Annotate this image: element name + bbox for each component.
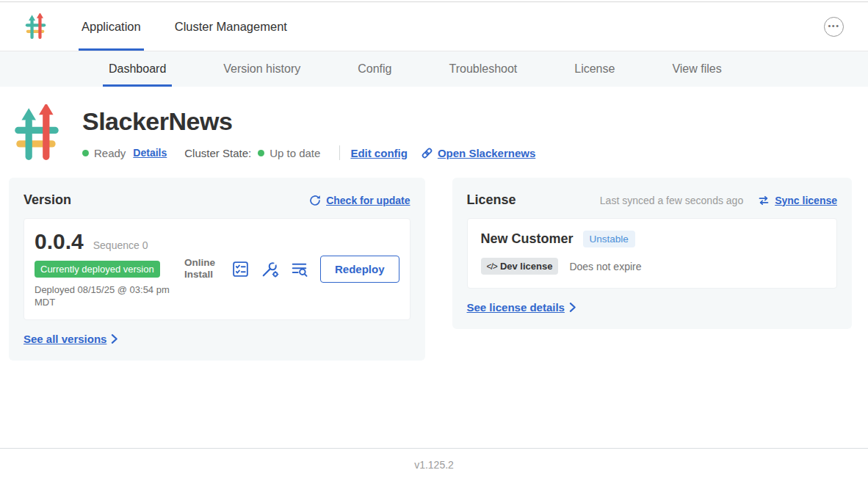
- tab-application[interactable]: Application: [79, 2, 144, 51]
- slackernews-logo-icon: [25, 13, 47, 40]
- sync-icon: [758, 195, 770, 206]
- check-for-update-label: Check for update: [326, 195, 410, 206]
- details-link[interactable]: Details: [133, 147, 167, 159]
- status-row: Ready Details Cluster State: Up to date …: [82, 145, 535, 160]
- check-for-update-link[interactable]: Check for update: [309, 195, 410, 206]
- preflight-checks-icon[interactable]: [231, 260, 250, 278]
- channel-badge: Unstable: [583, 231, 635, 247]
- see-all-versions-link[interactable]: See all versions: [23, 333, 118, 345]
- subnav-item-version-history-label: Version history: [223, 62, 300, 76]
- subnav-item-view-files-label: View files: [672, 62, 721, 76]
- chevron-right-icon: [110, 333, 118, 344]
- chevron-right-icon: [568, 302, 576, 313]
- app-header: SlackerNews Ready Details Cluster State:…: [0, 87, 868, 162]
- divider: [339, 145, 340, 160]
- customer-name: New Customer: [481, 231, 574, 247]
- top-bar: Application Cluster Management •••: [0, 2, 868, 51]
- subnav-item-config-label: Config: [358, 62, 391, 76]
- page-title: SlackerNews: [82, 107, 535, 136]
- more-options-button[interactable]: •••: [824, 17, 844, 37]
- sequence-label: Sequence 0: [93, 239, 148, 251]
- footer: v1.125.2: [0, 448, 868, 481]
- license-card-header: License Last synced a few seconds ago: [467, 192, 837, 208]
- current-version-panel: 0.0.4 Sequence 0 Currently deployed vers…: [23, 218, 411, 320]
- page: Application Cluster Management ••• Dashb…: [0, 0, 868, 481]
- version-number: 0.0.4: [35, 229, 84, 254]
- app-status-dot: [82, 150, 89, 156]
- subnav-item-license-label: License: [574, 62, 615, 76]
- install-type-label: Online Install: [184, 257, 223, 282]
- see-all-versions-label: See all versions: [23, 333, 106, 345]
- subnav-item-troubleshoot[interactable]: Troubleshoot: [447, 51, 518, 87]
- cluster-state-label: Cluster State:: [184, 147, 251, 159]
- license-panel: New Customer Unstable </> Dev license Do…: [467, 218, 837, 289]
- app-status-text: Ready: [94, 147, 126, 159]
- config-wrench-icon[interactable]: [261, 260, 279, 278]
- see-license-details-label: See license details: [467, 301, 565, 314]
- subnav-item-dashboard[interactable]: Dashboard: [107, 51, 167, 87]
- edit-config-link[interactable]: Edit config: [350, 147, 408, 159]
- subnav-item-view-files[interactable]: View files: [670, 51, 723, 87]
- deployed-timestamp: Deployed 08/15/25 @ 03:54 pm MDT: [35, 284, 174, 309]
- subnav-item-license[interactable]: License: [573, 51, 616, 87]
- version-actions: [231, 260, 308, 278]
- license-card-title: License: [467, 192, 516, 208]
- version-card-title: Version: [23, 192, 71, 208]
- tab-cluster-management-label: Cluster Management: [175, 20, 287, 34]
- license-type-label: Dev license: [500, 261, 553, 272]
- dashboard-cards: Version Check for update: [0, 162, 868, 361]
- license-expiry: Does not expire: [569, 261, 641, 272]
- refresh-icon: [309, 195, 321, 206]
- slackernews-logo-large: [15, 104, 60, 162]
- subnav-item-version-history[interactable]: Version history: [222, 51, 302, 87]
- deploy-logs-icon[interactable]: [290, 260, 308, 278]
- app-subnav: Dashboard Version history Config Trouble…: [0, 51, 868, 87]
- license-type-badge: </> Dev license: [481, 258, 559, 275]
- last-synced-text: Last synced a few seconds ago: [600, 195, 743, 206]
- open-link-icon: [421, 147, 433, 159]
- version-info: 0.0.4 Sequence 0 Currently deployed vers…: [35, 229, 184, 309]
- cluster-state-value: Up to date: [270, 147, 320, 159]
- version-card-header: Version Check for update: [23, 192, 411, 208]
- sync-license-link[interactable]: Sync license: [758, 195, 837, 206]
- subnav-item-config[interactable]: Config: [356, 51, 393, 87]
- license-card: License Last synced a few seconds ago: [452, 178, 852, 329]
- ellipsis-icon: •••: [828, 22, 839, 30]
- tab-application-label: Application: [82, 20, 141, 34]
- app-header-text: SlackerNews Ready Details Cluster State:…: [82, 104, 535, 160]
- sync-license-label: Sync license: [775, 195, 837, 206]
- main-content: SlackerNews Ready Details Cluster State:…: [0, 87, 868, 448]
- subnav-item-troubleshoot-label: Troubleshoot: [449, 62, 517, 76]
- deployed-badge: Currently deployed version: [35, 261, 160, 278]
- see-license-details-link[interactable]: See license details: [467, 301, 576, 314]
- code-icon: </>: [487, 261, 497, 272]
- redeploy-button[interactable]: Redeploy: [320, 256, 399, 283]
- tab-cluster-management[interactable]: Cluster Management: [172, 2, 290, 51]
- version-card: Version Check for update: [9, 178, 425, 361]
- open-link-label: Open Slackernews: [438, 147, 535, 159]
- top-tabs: Application Cluster Management: [79, 2, 318, 51]
- open-app-link[interactable]: Open Slackernews: [421, 147, 535, 159]
- console-version: v1.125.2: [414, 459, 454, 471]
- subnav-item-dashboard-label: Dashboard: [109, 62, 166, 76]
- cluster-state-dot: [258, 150, 264, 156]
